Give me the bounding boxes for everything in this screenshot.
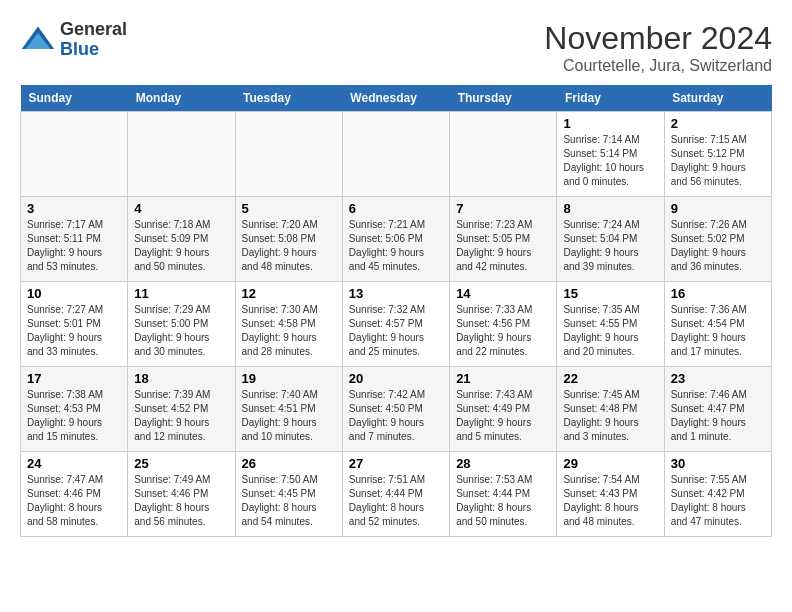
day-info: Sunrise: 7:40 AM Sunset: 4:51 PM Dayligh… xyxy=(242,388,336,444)
day-number: 8 xyxy=(563,201,657,216)
day-number: 25 xyxy=(134,456,228,471)
calendar-cell: 2Sunrise: 7:15 AM Sunset: 5:12 PM Daylig… xyxy=(664,112,771,197)
calendar-cell: 1Sunrise: 7:14 AM Sunset: 5:14 PM Daylig… xyxy=(557,112,664,197)
day-info: Sunrise: 7:18 AM Sunset: 5:09 PM Dayligh… xyxy=(134,218,228,274)
calendar-cell: 30Sunrise: 7:55 AM Sunset: 4:42 PM Dayli… xyxy=(664,452,771,537)
weekday-header-saturday: Saturday xyxy=(664,85,771,112)
day-info: Sunrise: 7:20 AM Sunset: 5:08 PM Dayligh… xyxy=(242,218,336,274)
day-info: Sunrise: 7:46 AM Sunset: 4:47 PM Dayligh… xyxy=(671,388,765,444)
title-section: November 2024 Courtetelle, Jura, Switzer… xyxy=(544,20,772,75)
day-info: Sunrise: 7:42 AM Sunset: 4:50 PM Dayligh… xyxy=(349,388,443,444)
calendar-cell: 29Sunrise: 7:54 AM Sunset: 4:43 PM Dayli… xyxy=(557,452,664,537)
calendar-cell: 20Sunrise: 7:42 AM Sunset: 4:50 PM Dayli… xyxy=(342,367,449,452)
calendar-week-row-5: 24Sunrise: 7:47 AM Sunset: 4:46 PM Dayli… xyxy=(21,452,772,537)
calendar-cell: 15Sunrise: 7:35 AM Sunset: 4:55 PM Dayli… xyxy=(557,282,664,367)
day-info: Sunrise: 7:30 AM Sunset: 4:58 PM Dayligh… xyxy=(242,303,336,359)
weekday-header-monday: Monday xyxy=(128,85,235,112)
day-number: 5 xyxy=(242,201,336,216)
day-info: Sunrise: 7:35 AM Sunset: 4:55 PM Dayligh… xyxy=(563,303,657,359)
day-number: 6 xyxy=(349,201,443,216)
calendar-cell xyxy=(450,112,557,197)
day-info: Sunrise: 7:23 AM Sunset: 5:05 PM Dayligh… xyxy=(456,218,550,274)
calendar-table: SundayMondayTuesdayWednesdayThursdayFrid… xyxy=(20,85,772,537)
weekday-header-tuesday: Tuesday xyxy=(235,85,342,112)
day-info: Sunrise: 7:51 AM Sunset: 4:44 PM Dayligh… xyxy=(349,473,443,529)
day-number: 20 xyxy=(349,371,443,386)
day-info: Sunrise: 7:36 AM Sunset: 4:54 PM Dayligh… xyxy=(671,303,765,359)
calendar-cell: 22Sunrise: 7:45 AM Sunset: 4:48 PM Dayli… xyxy=(557,367,664,452)
calendar-cell: 10Sunrise: 7:27 AM Sunset: 5:01 PM Dayli… xyxy=(21,282,128,367)
calendar-cell: 19Sunrise: 7:40 AM Sunset: 4:51 PM Dayli… xyxy=(235,367,342,452)
logo-text: General Blue xyxy=(60,20,127,60)
day-number: 4 xyxy=(134,201,228,216)
calendar-week-row-4: 17Sunrise: 7:38 AM Sunset: 4:53 PM Dayli… xyxy=(21,367,772,452)
logo: General Blue xyxy=(20,20,127,60)
day-info: Sunrise: 7:21 AM Sunset: 5:06 PM Dayligh… xyxy=(349,218,443,274)
calendar-cell: 7Sunrise: 7:23 AM Sunset: 5:05 PM Daylig… xyxy=(450,197,557,282)
calendar-cell: 21Sunrise: 7:43 AM Sunset: 4:49 PM Dayli… xyxy=(450,367,557,452)
day-number: 19 xyxy=(242,371,336,386)
day-number: 23 xyxy=(671,371,765,386)
day-info: Sunrise: 7:54 AM Sunset: 4:43 PM Dayligh… xyxy=(563,473,657,529)
day-number: 18 xyxy=(134,371,228,386)
page-header: General Blue November 2024 Courtetelle, … xyxy=(20,20,772,75)
weekday-header-row: SundayMondayTuesdayWednesdayThursdayFrid… xyxy=(21,85,772,112)
day-info: Sunrise: 7:45 AM Sunset: 4:48 PM Dayligh… xyxy=(563,388,657,444)
day-number: 13 xyxy=(349,286,443,301)
calendar-cell: 14Sunrise: 7:33 AM Sunset: 4:56 PM Dayli… xyxy=(450,282,557,367)
day-number: 17 xyxy=(27,371,121,386)
day-info: Sunrise: 7:24 AM Sunset: 5:04 PM Dayligh… xyxy=(563,218,657,274)
calendar-cell: 12Sunrise: 7:30 AM Sunset: 4:58 PM Dayli… xyxy=(235,282,342,367)
day-number: 3 xyxy=(27,201,121,216)
weekday-header-thursday: Thursday xyxy=(450,85,557,112)
day-info: Sunrise: 7:55 AM Sunset: 4:42 PM Dayligh… xyxy=(671,473,765,529)
calendar-week-row-2: 3Sunrise: 7:17 AM Sunset: 5:11 PM Daylig… xyxy=(21,197,772,282)
calendar-cell: 8Sunrise: 7:24 AM Sunset: 5:04 PM Daylig… xyxy=(557,197,664,282)
day-info: Sunrise: 7:14 AM Sunset: 5:14 PM Dayligh… xyxy=(563,133,657,189)
day-number: 9 xyxy=(671,201,765,216)
day-number: 12 xyxy=(242,286,336,301)
day-number: 21 xyxy=(456,371,550,386)
calendar-cell: 27Sunrise: 7:51 AM Sunset: 4:44 PM Dayli… xyxy=(342,452,449,537)
calendar-week-row-1: 1Sunrise: 7:14 AM Sunset: 5:14 PM Daylig… xyxy=(21,112,772,197)
calendar-cell: 6Sunrise: 7:21 AM Sunset: 5:06 PM Daylig… xyxy=(342,197,449,282)
day-info: Sunrise: 7:15 AM Sunset: 5:12 PM Dayligh… xyxy=(671,133,765,189)
day-info: Sunrise: 7:50 AM Sunset: 4:45 PM Dayligh… xyxy=(242,473,336,529)
month-title: November 2024 xyxy=(544,20,772,57)
day-info: Sunrise: 7:38 AM Sunset: 4:53 PM Dayligh… xyxy=(27,388,121,444)
day-number: 2 xyxy=(671,116,765,131)
day-info: Sunrise: 7:53 AM Sunset: 4:44 PM Dayligh… xyxy=(456,473,550,529)
weekday-header-friday: Friday xyxy=(557,85,664,112)
day-info: Sunrise: 7:29 AM Sunset: 5:00 PM Dayligh… xyxy=(134,303,228,359)
location-subtitle: Courtetelle, Jura, Switzerland xyxy=(544,57,772,75)
day-number: 10 xyxy=(27,286,121,301)
day-info: Sunrise: 7:43 AM Sunset: 4:49 PM Dayligh… xyxy=(456,388,550,444)
calendar-cell: 3Sunrise: 7:17 AM Sunset: 5:11 PM Daylig… xyxy=(21,197,128,282)
calendar-cell: 25Sunrise: 7:49 AM Sunset: 4:46 PM Dayli… xyxy=(128,452,235,537)
calendar-cell: 16Sunrise: 7:36 AM Sunset: 4:54 PM Dayli… xyxy=(664,282,771,367)
weekday-header-wednesday: Wednesday xyxy=(342,85,449,112)
day-info: Sunrise: 7:26 AM Sunset: 5:02 PM Dayligh… xyxy=(671,218,765,274)
day-info: Sunrise: 7:49 AM Sunset: 4:46 PM Dayligh… xyxy=(134,473,228,529)
calendar-cell: 11Sunrise: 7:29 AM Sunset: 5:00 PM Dayli… xyxy=(128,282,235,367)
calendar-cell: 18Sunrise: 7:39 AM Sunset: 4:52 PM Dayli… xyxy=(128,367,235,452)
day-number: 30 xyxy=(671,456,765,471)
day-info: Sunrise: 7:33 AM Sunset: 4:56 PM Dayligh… xyxy=(456,303,550,359)
day-number: 14 xyxy=(456,286,550,301)
day-number: 26 xyxy=(242,456,336,471)
calendar-cell: 5Sunrise: 7:20 AM Sunset: 5:08 PM Daylig… xyxy=(235,197,342,282)
day-number: 27 xyxy=(349,456,443,471)
calendar-cell xyxy=(21,112,128,197)
calendar-cell: 26Sunrise: 7:50 AM Sunset: 4:45 PM Dayli… xyxy=(235,452,342,537)
day-number: 22 xyxy=(563,371,657,386)
calendar-cell xyxy=(235,112,342,197)
day-number: 29 xyxy=(563,456,657,471)
day-info: Sunrise: 7:32 AM Sunset: 4:57 PM Dayligh… xyxy=(349,303,443,359)
calendar-cell: 24Sunrise: 7:47 AM Sunset: 4:46 PM Dayli… xyxy=(21,452,128,537)
day-number: 28 xyxy=(456,456,550,471)
calendar-cell: 9Sunrise: 7:26 AM Sunset: 5:02 PM Daylig… xyxy=(664,197,771,282)
calendar-cell: 23Sunrise: 7:46 AM Sunset: 4:47 PM Dayli… xyxy=(664,367,771,452)
day-number: 7 xyxy=(456,201,550,216)
day-info: Sunrise: 7:27 AM Sunset: 5:01 PM Dayligh… xyxy=(27,303,121,359)
day-number: 15 xyxy=(563,286,657,301)
